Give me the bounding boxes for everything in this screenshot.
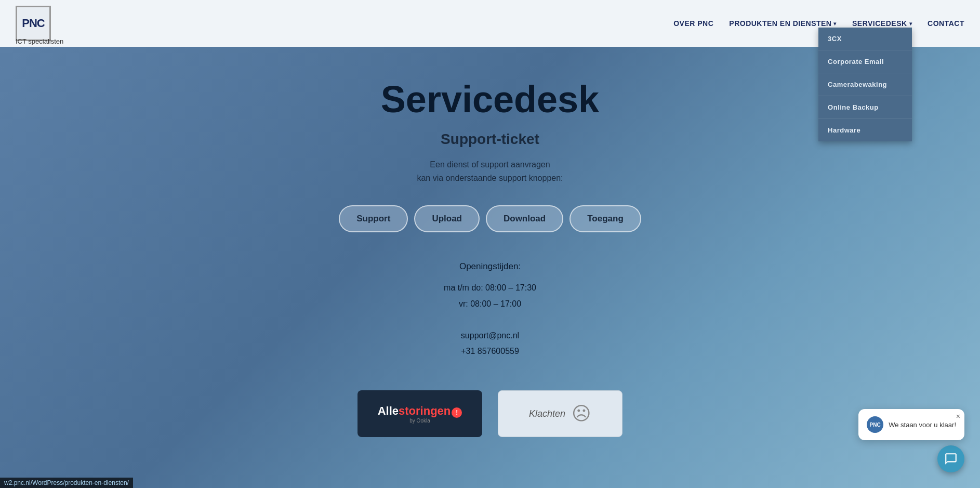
chat-avatar: PNC xyxy=(867,416,883,433)
logo-area: PNC xyxy=(16,6,51,41)
page-description: Een dienst of support aanvragen kan via … xyxy=(417,158,563,184)
dropdown-item-hardware[interactable]: Hardware xyxy=(818,119,912,141)
page-title: Servicedesk xyxy=(381,78,599,121)
klachten-card[interactable]: Klachten ☹ xyxy=(498,390,623,437)
allestoringen-card[interactable]: Allestoringen! by Ookla xyxy=(357,390,482,437)
storingen-text: storingen xyxy=(399,404,451,417)
status-url: w2.pnc.nl/WordPress/produkten-en-dienste… xyxy=(4,479,129,486)
desc-line2: kan via onderstaande support knoppen: xyxy=(417,174,563,182)
support-email[interactable]: support@pnc.nl xyxy=(444,328,536,344)
support-phone: +31 857600559 xyxy=(444,344,536,359)
sad-face-icon: ☹ xyxy=(572,403,591,425)
nav-over-pnc[interactable]: OVER PNC xyxy=(673,19,713,28)
klachten-label: Klachten xyxy=(529,408,565,419)
page-subtitle: Support-ticket xyxy=(441,131,539,148)
storingen-badge: ! xyxy=(452,407,462,418)
bottom-cards: Allestoringen! by Ookla Klachten ☹ xyxy=(357,390,623,437)
chat-open-button[interactable] xyxy=(937,445,964,472)
download-button[interactable]: Download xyxy=(486,205,563,232)
dropdown-item-online-backup[interactable]: Online Backup xyxy=(818,96,912,119)
servicedesk-dropdown-menu: 3CX Corporate Email Camerabewaking Onlin… xyxy=(818,28,912,141)
dropdown-item-corporate-email[interactable]: Corporate Email xyxy=(818,50,912,73)
info-section: Openingstijden: ma t/m do: 08:00 – 17:30… xyxy=(444,258,536,359)
hours-line2: vr: 08:00 – 17:00 xyxy=(444,296,536,312)
logo-box[interactable]: PNC xyxy=(16,6,51,41)
nav-producten-label: PRODUKTEN EN DIENSTEN xyxy=(729,19,831,28)
nav-producten-dropdown[interactable]: PRODUKTEN EN DIENSTEN ▾ xyxy=(729,19,837,28)
producten-chevron-down-icon: ▾ xyxy=(833,21,837,27)
action-buttons-row: Support Upload Download Toegang xyxy=(339,205,641,232)
nav-servicedesk-label: SERVICEDESK xyxy=(852,19,907,28)
support-button[interactable]: Support xyxy=(339,205,408,232)
hours-line1: ma t/m do: 08:00 – 17:30 xyxy=(444,280,536,296)
nav-contact[interactable]: CONTACT xyxy=(928,19,964,28)
header: PNC ICT specialisten OVER PNC PRODUKTEN … xyxy=(0,0,980,47)
openingstijden-label: Openingstijden: xyxy=(444,258,536,275)
allestoringen-text: Allestoringen! xyxy=(378,404,462,418)
ookla-subtext: by Ookla xyxy=(409,418,430,424)
main-nav: OVER PNC PRODUKTEN EN DIENSTEN ▾ SERVICE… xyxy=(673,19,964,28)
chat-message: We staan voor u klaar! xyxy=(889,421,956,429)
status-bar: w2.pnc.nl/WordPress/produkten-en-dienste… xyxy=(0,478,133,488)
chat-close-button[interactable]: × xyxy=(956,412,960,420)
dropdown-item-3cx[interactable]: 3CX xyxy=(818,28,912,50)
chat-widget: PNC We staan voor u klaar! × xyxy=(858,409,964,472)
servicedesk-chevron-down-icon: ▾ xyxy=(909,21,912,27)
upload-button[interactable]: Upload xyxy=(414,205,480,232)
logo-text: PNC xyxy=(22,17,44,30)
chat-bubble: PNC We staan voor u klaar! × xyxy=(858,409,964,440)
desc-line1: Een dienst of support aanvragen xyxy=(430,160,550,169)
alle-text: Alle xyxy=(378,404,399,417)
toegang-button[interactable]: Toegang xyxy=(570,205,641,232)
dropdown-item-camerabewaking[interactable]: Camerabewaking xyxy=(818,73,912,96)
chat-icon xyxy=(944,452,958,466)
nav-servicedesk-dropdown[interactable]: SERVICEDESK ▾ 3CX Corporate Email Camera… xyxy=(852,19,912,28)
logo-subtitle: ICT specialisten xyxy=(16,37,63,45)
